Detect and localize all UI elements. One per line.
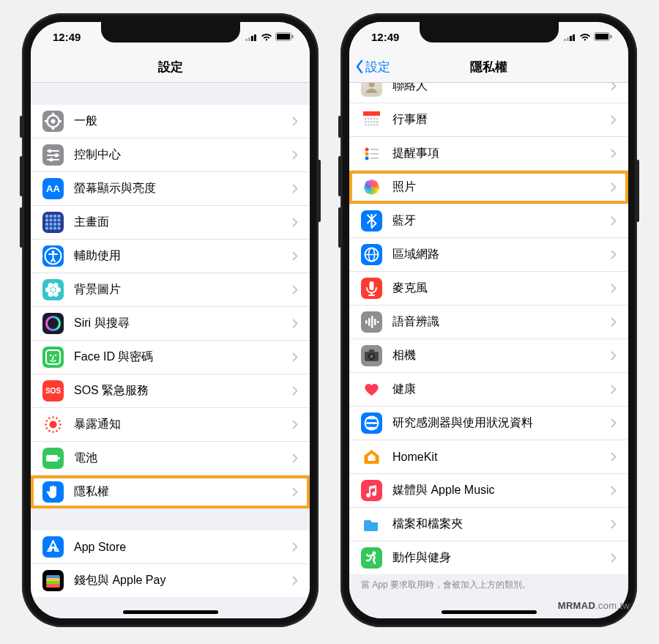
- settings-row-wallet[interactable]: 錢包與 Apple Pay: [31, 564, 310, 597]
- svg-rect-115: [368, 318, 371, 326]
- signal-icon: [564, 33, 576, 41]
- settings-row-sliders[interactable]: 控制中心: [31, 138, 310, 172]
- row-label: 動作與健身: [392, 550, 600, 566]
- row-label: 行事曆: [392, 112, 600, 127]
- row-label: 藍牙: [392, 213, 600, 229]
- home-indicator[interactable]: [123, 610, 218, 614]
- row-label: 螢幕顯示與亮度: [74, 181, 282, 196]
- hand-icon: [42, 481, 64, 503]
- privacy-list[interactable]: 聯絡人 行事曆 提醒事項 照片 藍牙 區域網路 麥克風 語音辨識 相機 健康: [349, 83, 628, 618]
- row-label: 主畫面: [74, 215, 282, 230]
- settings-row-mic[interactable]: 麥克風: [349, 272, 628, 306]
- settings-row-faceid[interactable]: Face ID 與密碼: [31, 341, 310, 374]
- chevron-right-icon: [292, 420, 298, 429]
- signal-icon: [245, 33, 258, 41]
- settings-row-access[interactable]: 輔助使用: [31, 240, 310, 273]
- settings-list[interactable]: 一般 控制中心 AA 螢幕顯示與亮度 主畫面 輔助使用 背景圖片 Siri 與搜…: [31, 83, 310, 618]
- flower-icon: [42, 279, 64, 300]
- svg-rect-87: [368, 121, 370, 123]
- svg-rect-26: [58, 215, 61, 218]
- settings-row-research[interactable]: 研究感測器與使用狀況資料: [349, 407, 628, 440]
- svg-rect-85: [376, 118, 379, 120]
- settings-row-contacts[interactable]: 聯絡人: [349, 83, 628, 103]
- settings-row-AA[interactable]: AA 螢幕顯示與亮度: [31, 172, 310, 206]
- chevron-right-icon: [611, 317, 617, 327]
- settings-row-bluetooth[interactable]: 藍牙: [349, 204, 628, 238]
- svg-rect-95: [376, 124, 379, 126]
- chevron-right-icon: [611, 182, 617, 192]
- chevron-right-icon: [292, 184, 298, 193]
- settings-row-appstore[interactable]: App Store: [31, 530, 310, 564]
- svg-point-46: [48, 283, 53, 288]
- svg-rect-71: [564, 39, 566, 41]
- svg-rect-118: [377, 321, 379, 323]
- settings-row-calendar[interactable]: 行事曆: [349, 103, 628, 137]
- settings-row-homekit[interactable]: HomeKit: [349, 440, 628, 474]
- settings-row-flower[interactable]: 背景圖片: [31, 273, 310, 307]
- chevron-right-icon: [611, 83, 617, 91]
- settings-row-health[interactable]: 健康: [349, 373, 628, 407]
- row-label: 聯絡人: [392, 83, 600, 94]
- settings-row-music[interactable]: 媒體與 Apple Music: [349, 474, 628, 508]
- home-indicator[interactable]: [442, 610, 537, 614]
- settings-row-battery[interactable]: 電池: [31, 442, 310, 475]
- settings-row-motion[interactable]: 動作與健身: [349, 541, 628, 574]
- svg-rect-92: [368, 124, 370, 126]
- settings-row-network[interactable]: 區域網路: [349, 238, 628, 272]
- chevron-right-icon: [292, 386, 298, 396]
- SOS-icon: SOS: [42, 380, 64, 401]
- settings-row-hand[interactable]: 隱私權: [31, 475, 310, 508]
- settings-row-speech[interactable]: 語音辨識: [349, 306, 628, 339]
- svg-rect-99: [371, 149, 379, 150]
- svg-rect-25: [53, 215, 56, 218]
- reminders-icon: [361, 143, 382, 164]
- settings-row-siri[interactable]: Siri 與搜尋: [31, 307, 310, 341]
- chevron-right-icon: [292, 150, 298, 160]
- chevron-right-icon: [611, 553, 617, 563]
- status-time: 12:49: [371, 31, 399, 43]
- settings-row-photos[interactable]: 照片: [349, 171, 628, 204]
- chevron-right-icon: [611, 452, 617, 462]
- chevron-right-icon: [292, 542, 298, 552]
- settings-row-grid[interactable]: 主畫面: [31, 206, 310, 240]
- contacts-icon: [361, 83, 382, 97]
- chevron-right-icon: [611, 519, 617, 529]
- notch: [101, 22, 240, 42]
- svg-point-58: [46, 427, 48, 429]
- svg-rect-23: [45, 215, 48, 218]
- chevron-right-icon: [292, 116, 298, 126]
- health-icon: [361, 379, 382, 400]
- svg-rect-114: [365, 320, 368, 324]
- settings-row-files[interactable]: 檔案和檔案夾: [349, 508, 628, 541]
- settings-row-exposure[interactable]: 暴露通知: [31, 408, 310, 442]
- settings-row-reminders[interactable]: 提醒事項: [349, 137, 628, 171]
- settings-row-camera[interactable]: 相機: [349, 339, 628, 373]
- settings-row-gear[interactable]: 一般: [31, 105, 310, 138]
- siri-icon: [42, 313, 64, 334]
- chevron-right-icon: [611, 284, 617, 293]
- page-title: 設定: [158, 59, 183, 75]
- svg-rect-29: [53, 219, 56, 222]
- svg-rect-122: [369, 349, 374, 352]
- speech-icon: [361, 311, 382, 333]
- svg-rect-34: [58, 223, 61, 226]
- svg-rect-76: [595, 34, 608, 40]
- svg-point-62: [52, 416, 54, 418]
- chevron-left-icon: [355, 59, 364, 74]
- mic-icon: [361, 278, 382, 299]
- svg-rect-113: [370, 281, 374, 290]
- svg-point-52: [50, 421, 57, 429]
- row-label: SOS 緊急服務: [74, 383, 282, 399]
- chevron-right-icon: [292, 218, 298, 227]
- svg-point-61: [48, 418, 51, 420]
- back-button[interactable]: 設定: [355, 59, 390, 75]
- page-title: 隱私權: [470, 59, 507, 75]
- chevron-right-icon: [292, 319, 298, 328]
- settings-row-SOS[interactable]: SOS SOS 緊急服務: [31, 374, 310, 408]
- music-icon: [361, 480, 382, 501]
- research-icon: [361, 412, 382, 434]
- svg-point-64: [59, 420, 61, 422]
- row-label: 提醒事項: [392, 146, 600, 161]
- wallet-icon: [42, 570, 64, 591]
- svg-point-60: [46, 420, 48, 422]
